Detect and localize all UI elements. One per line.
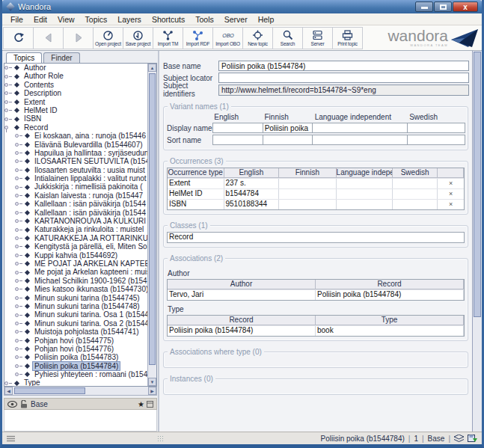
tree-item[interactable]: Mies katsoo ikkunasta (b1544730) (4, 285, 147, 293)
expand-handle-icon[interactable] (15, 346, 22, 352)
expand-handle-icon[interactable] (4, 381, 12, 386)
layers-status-icon[interactable] (454, 435, 464, 443)
tree-item[interactable]: Minun sukuni tarina (b1544745) (4, 294, 147, 302)
menu-item-topics[interactable]: Topics (80, 14, 113, 25)
tree-item[interactable]: Kallellaan : isän päiväkirja (b1544 (4, 209, 147, 217)
occurrence-empty-cell[interactable] (337, 189, 393, 199)
expand-handle-icon[interactable] (15, 355, 22, 360)
menu-item-layers[interactable]: Layers (112, 14, 147, 25)
save-project-button[interactable]: Save project (123, 27, 153, 49)
save-status-icon[interactable] (468, 435, 477, 443)
subject-identifier-row[interactable]: http://www.helmet.fi/record=b1544784~S9*… (219, 85, 468, 95)
occurrence-value[interactable]: b1544784 (224, 189, 280, 199)
expand-handle-icon[interactable] (15, 338, 22, 343)
scroll-down-icon[interactable]: ▼ (148, 378, 156, 386)
variant-cell[interactable] (407, 123, 465, 133)
base-name-input[interactable] (218, 61, 469, 71)
unlock-icon[interactable] (20, 400, 28, 408)
topic-panel-scrollbar[interactable] (472, 51, 482, 432)
expand-handle-icon[interactable] (4, 108, 12, 113)
occurrence-empty-cell[interactable] (393, 179, 438, 188)
tree-item[interactable]: Author (4, 64, 147, 72)
layer-name[interactable]: Base (31, 400, 48, 408)
tree-item[interactable]: KATURAKKEJA JA ROTTARINKU (4, 234, 147, 242)
tree-item[interactable]: Minun sukuni tarina. Osa 1 (b1544 (4, 310, 147, 319)
variant-cell[interactable] (212, 135, 263, 145)
import-obo-button[interactable]: OBOImport OBO (212, 27, 243, 49)
expand-handle-icon[interactable] (15, 168, 22, 173)
tree-item[interactable]: Kengitystä ja pärellä, eli, Miten Sol (4, 242, 147, 251)
menu-item-edit[interactable]: Edit (28, 14, 52, 25)
occurrence-empty-cell[interactable] (337, 179, 393, 188)
minimize-button[interactable] (415, 1, 433, 12)
divider-grip[interactable] (157, 435, 163, 441)
tree-item[interactable]: ME POJAT JA ARKELAN KAPTEE (4, 260, 147, 268)
tree-item[interactable]: Minun sukuni tarina (b1544748) (4, 302, 147, 310)
menu-item-server[interactable]: Server (219, 14, 253, 25)
occurrence-value[interactable]: 9510188344 (224, 200, 280, 209)
class-row[interactable]: Record (168, 233, 464, 242)
open-project-button[interactable]: Open project (93, 27, 123, 49)
scroll-up-icon[interactable]: ▲ (148, 64, 156, 72)
expand-handle-icon[interactable] (15, 201, 22, 206)
import-tm-button[interactable]: Import TM (153, 27, 183, 49)
expand-handle-icon[interactable] (15, 363, 22, 369)
tree-item[interactable]: Hapuilua ja hallintaa : syrjäseudun (4, 149, 147, 157)
tree-item[interactable]: Minun sukuni tarina. Osa 2 (b1544 (4, 319, 147, 328)
tab-topics[interactable]: Topics (6, 52, 42, 64)
expand-handle-icon[interactable] (15, 227, 22, 233)
expand-handle-icon[interactable] (15, 218, 22, 224)
expand-handle-icon[interactable] (15, 270, 22, 275)
refresh-button[interactable] (3, 27, 34, 49)
tree-item[interactable]: HelMet ID (4, 106, 147, 114)
tab-finder[interactable]: Finder (43, 52, 79, 63)
expand-handle-icon[interactable] (4, 82, 12, 88)
variant-cell[interactable] (263, 135, 313, 145)
tree-item[interactable]: KARTANONROUVA JA KULKURI ( (4, 217, 147, 225)
back-button[interactable] (33, 27, 64, 49)
tree-item[interactable]: Michael Schilkin 1900-1962 (b154 (4, 277, 147, 285)
expand-handle-icon[interactable] (15, 236, 22, 241)
tree-item[interactable]: Me pojat ja Arkelan kapteeni : muis (4, 268, 147, 276)
occurrence-empty-cell[interactable] (279, 189, 336, 199)
server-button[interactable]: Server (302, 27, 333, 49)
expand-handle-icon[interactable] (15, 278, 22, 283)
expand-handle-icon[interactable] (15, 133, 22, 138)
layer-options-icon[interactable] (147, 401, 153, 408)
close-button[interactable]: x (453, 1, 478, 12)
tree-item[interactable]: Muistoja pohjolasta (b1544741) (4, 328, 147, 336)
delete-occurrence-button[interactable]: × (438, 189, 464, 199)
star-icon[interactable]: ★ (138, 400, 144, 408)
delete-occurrence-button[interactable]: × (438, 200, 464, 209)
occurrence-empty-cell[interactable] (337, 200, 393, 209)
tree-item[interactable]: Type (4, 378, 147, 386)
topic-panel-scroll-thumb[interactable] (474, 52, 481, 317)
tree-item[interactable]: Pyhiesi yhteyteen : romaani (b154 (4, 370, 147, 378)
tree-item[interactable]: Poliisin poika (b1544784) (4, 362, 147, 370)
variant-cell[interactable] (312, 135, 407, 145)
expand-handle-icon[interactable] (4, 74, 12, 79)
forward-button[interactable] (63, 27, 94, 49)
expand-handle-icon[interactable] (15, 142, 22, 147)
expand-handle-icon[interactable] (15, 159, 22, 164)
tree-item[interactable]: Kaislan laivesta : runoja (b15447 (4, 191, 147, 200)
title-bar[interactable]: Wandora x (2, 0, 482, 13)
occurrence-empty-cell[interactable] (279, 179, 336, 188)
occurrence-empty-cell[interactable] (279, 200, 336, 209)
tree-item[interactable]: Kuppi kahvia (b1544692) (4, 251, 147, 260)
subject-identifiers-list[interactable]: http://www.helmet.fi/record=b1544784~S9*… (218, 85, 469, 96)
menu-item-tools[interactable]: Tools (190, 14, 219, 25)
subject-locator-input[interactable] (218, 73, 469, 83)
status-layer[interactable]: Base (428, 435, 445, 443)
expand-handle-icon[interactable] (15, 150, 22, 156)
tree-item[interactable]: Contents (4, 81, 147, 89)
search-button[interactable]: Search (272, 27, 303, 49)
menu-item-shortcuts[interactable]: Shortcuts (147, 14, 190, 25)
tree-horizontal-scrollbar[interactable]: ◀ ▶ (4, 387, 157, 396)
tree-item[interactable]: Record (4, 123, 147, 132)
tree-vscroll-thumb[interactable] (149, 73, 156, 365)
maximize-button[interactable] (434, 1, 452, 12)
new-topic-button[interactable]: New topic (242, 27, 273, 49)
eye-icon[interactable] (7, 401, 17, 408)
scroll-left-icon[interactable]: ◀ (4, 387, 13, 395)
